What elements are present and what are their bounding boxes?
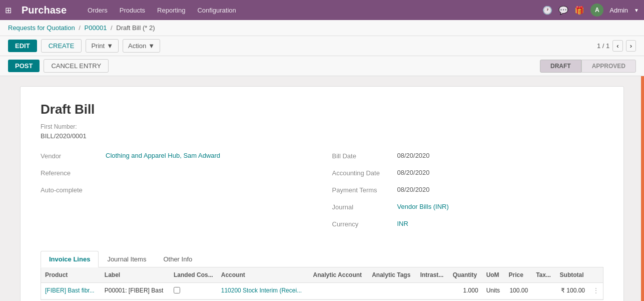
tab-journal-items[interactable]: Journal Items: [99, 251, 155, 267]
table-header-row: Product Label Landed Cos... Account Anal…: [41, 267, 603, 283]
admin-dropdown-icon[interactable]: ▼: [634, 8, 639, 13]
landed-cost-checkbox[interactable]: [174, 287, 180, 293]
tab-invoice-lines[interactable]: Invoice Lines: [41, 251, 99, 267]
form-fields: Vendor Clothing and Apparel Hub, Sam Adw…: [41, 152, 603, 237]
pager-prev-button[interactable]: ‹: [612, 40, 622, 52]
nav-configuration[interactable]: Configuration: [192, 5, 241, 16]
gift-icon[interactable]: 🎁: [574, 6, 584, 15]
create-button[interactable]: CREATE: [41, 39, 82, 53]
col-label: Label: [101, 267, 170, 283]
cell-account: 110200 Stock Interim (Recei...: [217, 283, 309, 299]
col-menu: [589, 267, 603, 283]
journal-value[interactable]: Vendor Bills (INR): [397, 203, 449, 210]
first-number-label: First Number:: [41, 123, 603, 130]
reference-label: Reference: [41, 169, 106, 177]
field-journal: Journal Vendor Bills (INR): [332, 203, 604, 215]
cell-row-menu[interactable]: ⋮: [589, 283, 603, 299]
tabs: Invoice Lines Journal Items Other Info: [41, 251, 603, 267]
vendor-value[interactable]: Clothing and Apparel Hub, Sam Adward: [106, 152, 220, 159]
table-row: [FIBER] Bast fibr... P00001: [FIBER] Bas…: [41, 283, 603, 299]
topbar-right: 🕐 💬 🎁 A Admin ▼: [542, 4, 639, 17]
nav-orders[interactable]: Orders: [83, 5, 113, 16]
payment-terms-value: 08/20/2020: [397, 186, 430, 193]
col-analytic-tags: Analytic Tags: [368, 267, 416, 283]
field-currency: Currency INR: [332, 220, 604, 232]
autocomplete-label: Auto-complete: [41, 186, 106, 194]
accounting-date-label: Accounting Date: [332, 169, 397, 177]
print-label: Print: [91, 42, 105, 50]
action-button[interactable]: Action ▼: [123, 39, 160, 53]
right-accent-bar: [641, 76, 644, 301]
cell-quantity: 1.000: [449, 283, 482, 299]
status-bar: POST CANCEL ENTRY DRAFT APPROVED: [0, 56, 644, 76]
cell-uom: Units: [482, 283, 505, 299]
pager: 1 / 1 ‹ ›: [597, 40, 636, 52]
col-analytic-account: Analytic Account: [309, 267, 368, 283]
col-tax: Tax...: [532, 267, 555, 283]
form-title: Draft Bill: [41, 102, 603, 117]
admin-label: Admin: [609, 7, 628, 14]
action-dropdown-icon: ▼: [148, 42, 155, 50]
nav-products[interactable]: Products: [115, 5, 150, 16]
breadcrumb-sep-2: /: [111, 24, 113, 32]
form-left-col: Vendor Clothing and Apparel Hub, Sam Adw…: [41, 152, 312, 237]
pager-next-button[interactable]: ›: [626, 40, 636, 52]
form-card: Draft Bill First Number: BILL/2020/0001 …: [20, 86, 624, 301]
edit-button[interactable]: EDIT: [8, 40, 37, 52]
cell-analytic-account: [309, 283, 368, 299]
currency-value[interactable]: INR: [397, 220, 408, 227]
field-reference: Reference: [41, 169, 312, 181]
page-wrapper: Draft Bill First Number: BILL/2020/0001 …: [0, 76, 644, 301]
cell-label: P00001: [FIBER] Bast: [101, 283, 170, 299]
account-link[interactable]: 110200 Stock Interim (Recei...: [221, 287, 302, 294]
cell-intrastat: [416, 283, 449, 299]
journal-label: Journal: [332, 203, 397, 211]
cancel-entry-button[interactable]: CANCEL ENTRY: [44, 59, 109, 73]
invoice-lines-table: Product Label Landed Cos... Account Anal…: [41, 267, 603, 299]
col-landed-cost: Landed Cos...: [170, 267, 217, 283]
currency-label: Currency: [332, 220, 397, 228]
payment-terms-label: Payment Terms: [332, 186, 397, 194]
nav-reporting[interactable]: Reporting: [152, 5, 190, 16]
cell-price: 100.00: [505, 283, 532, 299]
clock-icon[interactable]: 🕐: [542, 6, 552, 15]
accounting-date-value: 08/20/2020: [397, 169, 430, 176]
field-vendor: Vendor Clothing and Apparel Hub, Sam Adw…: [41, 152, 312, 164]
avatar[interactable]: A: [590, 4, 603, 17]
topbar: ⊞ Purchase Orders Products Reporting Con…: [0, 0, 644, 20]
field-bill-date: Bill Date 08/20/2020: [332, 152, 604, 164]
print-dropdown-icon: ▼: [107, 42, 113, 50]
status-draft[interactable]: DRAFT: [540, 60, 581, 73]
field-payment-terms: Payment Terms 08/20/2020: [332, 186, 604, 198]
col-uom: UoM: [482, 267, 505, 283]
breadcrumb-rfq[interactable]: Requests for Quotation: [8, 24, 75, 32]
action-label: Action: [128, 42, 146, 50]
chat-icon[interactable]: 💬: [558, 6, 568, 15]
vendor-label: Vendor: [41, 152, 106, 160]
cell-landed-cost: [170, 283, 217, 299]
col-subtotal: Subtotal: [556, 267, 589, 283]
product-link[interactable]: [FIBER] Bast fibr...: [45, 287, 95, 294]
col-intrastat: Intrast...: [416, 267, 449, 283]
first-number-value: BILL/2020/0001: [41, 132, 603, 140]
invoice-lines-table-container: Product Label Landed Cos... Account Anal…: [41, 267, 603, 300]
top-nav: Orders Products Reporting Configuration: [83, 5, 241, 16]
cell-subtotal: ₹ 100.00: [556, 283, 589, 299]
field-autocomplete: Auto-complete: [41, 186, 312, 198]
main-content: Draft Bill First Number: BILL/2020/0001 …: [0, 76, 644, 301]
tab-other-info[interactable]: Other Info: [155, 251, 201, 267]
post-button[interactable]: POST: [8, 60, 40, 72]
grid-icon[interactable]: ⊞: [5, 6, 12, 15]
field-accounting-date: Accounting Date 08/20/2020: [332, 169, 604, 181]
cell-product: [FIBER] Bast fibr...: [41, 283, 101, 299]
breadcrumb-current: Draft Bill (* 2): [116, 24, 155, 32]
status-approved[interactable]: APPROVED: [581, 60, 636, 73]
col-product: Product: [41, 267, 101, 283]
breadcrumb-sep-1: /: [79, 24, 81, 32]
app-title: Purchase: [22, 5, 67, 16]
cell-analytic-tags: [368, 283, 416, 299]
print-button[interactable]: Print ▼: [86, 39, 119, 53]
breadcrumb-po[interactable]: P00001: [85, 24, 107, 32]
bill-date-value: 08/20/2020: [397, 152, 430, 159]
col-account: Account: [217, 267, 309, 283]
